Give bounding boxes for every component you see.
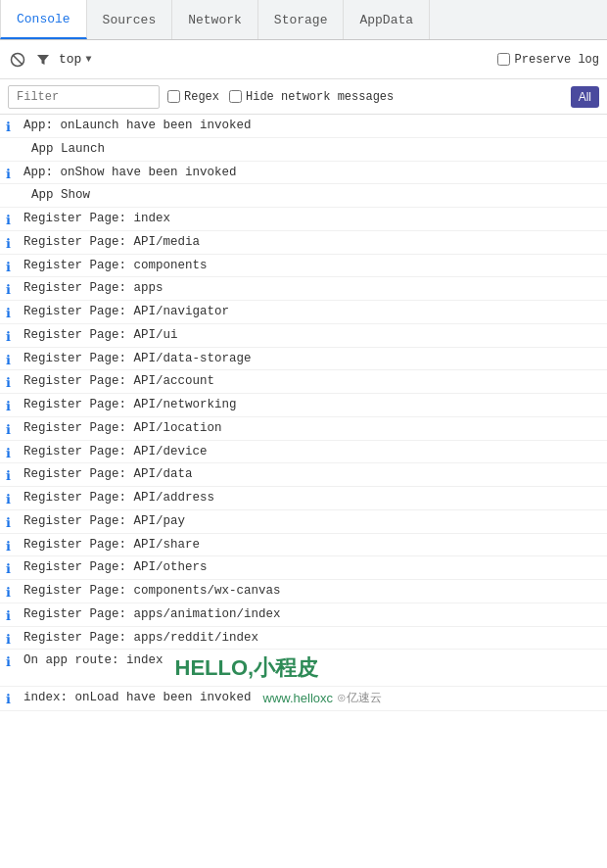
context-selector[interactable]: top ▼ (59, 52, 491, 67)
preserve-log-checkbox-label[interactable]: Preserve log (497, 53, 599, 67)
log-text: App: onShow have been invoked (23, 164, 237, 182)
log-text: Register Page: API/media (23, 233, 200, 252)
svg-line-1 (13, 55, 23, 65)
log-entry: Register Page: components/wx-canvas (0, 580, 607, 603)
log-entry: App Launch (0, 138, 607, 162)
log-entry: Register Page: API/ui (0, 324, 607, 348)
log-text: Register Page: API/data (23, 465, 193, 484)
log-entry: Register Page: components (0, 255, 607, 278)
dropdown-arrow-icon[interactable]: ▼ (85, 54, 91, 65)
hide-network-checkbox[interactable] (229, 90, 242, 103)
log-entry: Register Page: API/device (0, 441, 607, 464)
log-text: App: onLaunch have been invoked (23, 117, 252, 135)
log-text: Register Page: API/location (23, 419, 222, 438)
tab-sources[interactable]: Sources (87, 0, 173, 39)
log-text: Register Page: API/pay (23, 512, 185, 531)
log-entry: Register Page: API/navigator (0, 301, 607, 324)
log-text: Register Page: API/networking (23, 396, 237, 414)
log-text: App Show (31, 186, 90, 205)
filter-icon[interactable] (33, 50, 53, 70)
log-entry: Register Page: API/location (0, 417, 607, 441)
log-entry: Register Page: API/account (0, 370, 607, 394)
log-text: Register Page: API/data-storage (23, 350, 252, 368)
log-text: Register Page: components/wx-canvas (23, 582, 281, 601)
log-text: On app route: index (23, 651, 163, 670)
preserve-log-checkbox[interactable] (497, 53, 510, 66)
log-text: Register Page: API/navigator (23, 303, 229, 321)
all-button[interactable]: All (571, 86, 599, 108)
log-entry: Register Page: API/share (0, 534, 607, 557)
log-entry: index: onLoad have been invokedwww.hello… (0, 687, 607, 711)
log-text: Register Page: API/others (23, 558, 208, 577)
filter-input[interactable] (8, 85, 160, 109)
log-text: index: onLoad have been invoked (23, 689, 252, 707)
log-entry: App: onLaunch have been invoked (0, 115, 607, 138)
log-entry: Register Page: API/pay (0, 510, 607, 534)
regex-checkbox-label[interactable]: Regex (167, 90, 219, 104)
log-entry: Register Page: API/networking (0, 394, 607, 417)
log-text: Register Page: API/device (23, 443, 208, 461)
log-entry: Register Page: apps (0, 277, 607, 301)
log-text: Register Page: apps (23, 279, 163, 298)
log-entry: On app route: indexHELLO,小程皮 (0, 650, 607, 687)
log-text: Register Page: index (23, 210, 170, 228)
watermark-url-text: www.helloxc (263, 689, 334, 708)
tab-storage[interactable]: Storage (258, 0, 345, 39)
log-text: Register Page: components (23, 257, 208, 275)
ban-icon[interactable] (8, 50, 27, 70)
hide-network-checkbox-label[interactable]: Hide network messages (229, 90, 394, 104)
tab-bar: Console Sources Network Storage AppData (0, 0, 607, 40)
log-area: App: onLaunch have been invokedApp Launc… (0, 115, 607, 711)
preserve-log-area: Preserve log (497, 53, 599, 67)
log-entry: Register Page: index (0, 208, 607, 231)
log-text: Register Page: apps/animation/index (23, 605, 281, 624)
context-value: top (59, 52, 81, 67)
filter-options: Regex Hide network messages (167, 90, 394, 104)
log-entry: Register Page: API/data (0, 463, 607, 487)
watermark-text: HELLO,小程皮 (175, 651, 319, 684)
log-text: Register Page: API/address (23, 489, 214, 507)
tab-console[interactable]: Console (0, 0, 87, 39)
regex-checkbox[interactable] (167, 90, 180, 103)
log-entry: App Show (0, 184, 607, 208)
log-entry: Register Page: apps/reddit/index (0, 627, 607, 651)
log-text: Register Page: apps/reddit/index (23, 629, 258, 648)
tab-network[interactable]: Network (172, 0, 258, 39)
log-text: Register Page: API/share (23, 536, 200, 555)
log-text: App Launch (31, 140, 105, 159)
log-entry: Register Page: API/address (0, 487, 607, 510)
log-entry: Register Page: API/media (0, 231, 607, 255)
log-entry: App: onShow have been invoked (0, 162, 607, 185)
log-entry: Register Page: API/data-storage (0, 348, 607, 371)
filter-row: Regex Hide network messages All (0, 79, 607, 115)
tab-appdata[interactable]: AppData (344, 0, 430, 39)
log-text: Register Page: API/ui (23, 326, 178, 345)
log-entry: Register Page: apps/animation/index (0, 603, 607, 627)
watermark-cloud-text: ⊙亿速云 (337, 689, 382, 706)
log-entry: Register Page: API/others (0, 556, 607, 580)
toolbar: top ▼ Preserve log (0, 40, 607, 79)
log-text: Register Page: API/account (23, 372, 214, 391)
